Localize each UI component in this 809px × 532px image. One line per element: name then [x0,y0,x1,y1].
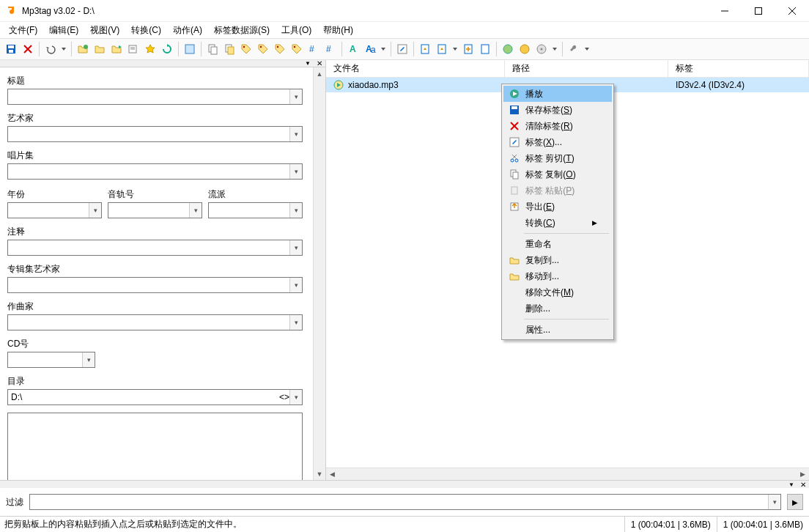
window-title: Mp3tag v3.02 - D:\ [22,6,95,16]
svg-text:#: # [326,44,331,54]
cm-cut[interactable]: 标签 剪切(T) [503,150,612,166]
source-disc-icon[interactable] [533,41,550,57]
cut-icon[interactable] [221,41,237,57]
filter-input[interactable]: ▾ [29,494,781,510]
cm-remove-tags[interactable]: 清除标签(R) [503,118,612,134]
action-a2-icon[interactable]: Aa [362,41,378,57]
cm-copy-to[interactable]: 复制到... [503,252,612,268]
menu-convert[interactable]: 转换(C) [125,23,167,38]
input-comment[interactable]: ▾ [7,240,303,256]
input-album[interactable]: ▾ [7,163,303,180]
undo-dropdown-icon[interactable] [59,41,68,57]
edit-tag-icon[interactable] [394,41,410,57]
autonumber-icon[interactable]: # [306,41,322,57]
cm-convert[interactable]: 转换(C) ▶ [503,215,612,231]
save-icon[interactable] [3,41,19,57]
scroll-left-icon[interactable]: ◀ [326,468,339,480]
copy-icon[interactable] [204,41,221,57]
action-dropdown-icon[interactable] [379,41,388,57]
remove-icon[interactable] [20,41,36,57]
menu-tools[interactable]: 工具(O) [276,23,317,38]
cm-play[interactable]: 播放 [503,86,612,102]
export1-icon[interactable] [417,41,433,57]
folder-copy-icon [508,254,521,267]
input-discnumber[interactable]: ▾ [7,352,95,368]
cm-remove-file[interactable]: 移除文件(M) [503,284,612,300]
folder-play-icon[interactable] [108,41,125,57]
col-tag[interactable]: 标签 [668,60,809,77]
export-dropdown-icon[interactable] [451,41,459,57]
title-bar: Mp3tag v3.02 - D:\ [0,0,809,22]
input-year[interactable]: ▾ [7,202,102,218]
export2-icon[interactable] [434,41,450,57]
maximize-button[interactable] [742,0,775,22]
menu-file[interactable]: 文件(F) [3,23,43,38]
source-dropdown-icon[interactable] [550,41,559,57]
tag4-icon[interactable] [289,41,305,57]
input-directory[interactable]: D:\<>▾ [7,389,303,405]
menu-view[interactable]: 视图(V) [84,23,125,38]
menu-tagsources[interactable]: 标签数据源(S) [208,23,276,38]
input-genre[interactable]: ▾ [208,202,303,218]
scroll-up-icon[interactable]: ▲ [314,67,325,80]
scroll-right-icon[interactable]: ▶ [797,468,809,480]
cm-delete[interactable]: 删除... [503,300,612,317]
input-track[interactable]: ▾ [108,202,202,218]
tools-dropdown-icon[interactable] [583,41,591,57]
undo-icon[interactable] [43,41,59,57]
cm-tags[interactable]: 标签(X)... [503,134,612,150]
panel-dropdown-icon[interactable]: ▼ [302,60,314,67]
cell-tag: ID3v2.4 (ID3v2.4) [668,80,809,90]
tag1-icon[interactable] [238,41,254,57]
close-button[interactable] [775,0,809,22]
autonumber2-icon[interactable]: # [322,41,339,57]
col-filename[interactable]: 文件名 [326,60,505,77]
input-albumartist[interactable]: ▾ [7,277,303,293]
selectall-icon[interactable] [182,41,198,57]
label-track: 音轨号 [108,188,202,201]
label-comment: 注释 [7,226,303,238]
cm-export[interactable]: 导出(E) [503,199,612,215]
export3-icon[interactable] [460,41,476,57]
menu-edit[interactable]: 编辑(E) [43,23,84,38]
cm-properties[interactable]: 属性... [503,322,612,338]
export4-icon[interactable] [477,41,493,57]
filter-dropdown-icon[interactable]: ▼ [786,481,797,488]
svg-rect-48 [513,172,518,179]
input-title[interactable]: ▾ [7,89,303,105]
svg-rect-5 [8,45,14,48]
source-freedb-icon[interactable] [500,41,516,57]
cm-copy[interactable]: 标签 复制(O) [503,166,612,182]
svg-point-19 [260,46,262,48]
tag2-icon[interactable] [255,41,271,57]
svg-point-18 [243,46,245,48]
source-web-icon[interactable] [517,41,533,57]
copy-icon [508,168,521,181]
status-help-text: 把剪贴板上的内容粘贴到插入点之后或粘贴到选定的文件中。 [0,518,624,531]
folder-add-icon[interactable] [75,41,91,57]
cover-art-area[interactable] [7,413,303,480]
paste-icon [508,184,521,197]
playlist-icon[interactable] [125,41,141,57]
scroll-down-icon[interactable]: ▼ [314,468,325,480]
cm-rename[interactable]: 重命名 [503,236,612,252]
folder-open-icon[interactable] [92,41,108,57]
menu-help[interactable]: 帮助(H) [317,23,359,38]
panel-scrollbar[interactable]: ▲ ▼ [313,67,325,480]
input-artist[interactable]: ▾ [7,126,303,142]
tools-icon[interactable] [566,41,582,57]
col-path[interactable]: 路径 [505,60,668,77]
refresh-icon[interactable] [159,41,175,57]
list-h-scrollbar[interactable]: ◀ ▶ [326,468,809,480]
tag3-icon[interactable] [272,41,288,57]
menu-actions[interactable]: 动作(A) [167,23,208,38]
cm-move-to[interactable]: 移动到... [503,268,612,284]
favorite-icon[interactable] [142,41,158,57]
minimize-button[interactable] [708,0,742,22]
cm-save-tags[interactable]: 保存标签(S) [503,102,612,118]
action-a-icon[interactable]: A [345,41,361,57]
filter-apply-button[interactable]: ▶ [787,494,803,510]
filter-close-icon[interactable]: ✕ [797,481,809,489]
panel-close-icon[interactable]: ✕ [314,60,325,67]
input-composer[interactable]: ▾ [7,314,303,330]
